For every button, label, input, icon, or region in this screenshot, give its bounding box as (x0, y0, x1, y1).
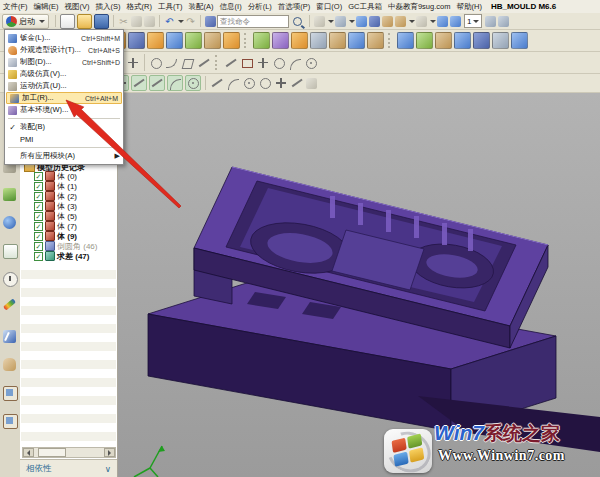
wireframe-view-icon[interactable] (369, 16, 380, 27)
edge-blend-icon[interactable] (291, 32, 308, 49)
internet-explorer-icon[interactable] (3, 216, 16, 229)
rotate-object-icon[interactable] (450, 16, 461, 27)
new-file-icon[interactable] (60, 14, 75, 29)
tree-item-blend[interactable]: ✓倒圆角 (46) (34, 241, 97, 251)
menu-tools[interactable]: 工具(T) (155, 2, 186, 12)
menu-item-motion-simulation[interactable]: 运动仿真(U)... (5, 80, 123, 92)
tree-item-body-3[interactable]: ✓体 (3) (34, 201, 77, 211)
polygon-tool-icon[interactable] (181, 56, 195, 70)
menu-item-assemblies[interactable]: ✓ 装配(B) (5, 121, 123, 133)
command-finder-input[interactable] (217, 15, 289, 28)
offset-curve-icon[interactable] (149, 56, 163, 70)
checkbox-icon[interactable]: ✓ (34, 192, 43, 201)
orient-view-icon[interactable] (356, 16, 367, 27)
menu-edit[interactable]: 编辑(E) (31, 2, 62, 12)
shaded-caret-icon[interactable] (349, 20, 355, 23)
menu-format[interactable]: 格式(R) (124, 2, 155, 12)
synchronous-icon[interactable] (511, 32, 528, 49)
open-file-icon[interactable] (77, 14, 92, 29)
checkbox-icon[interactable]: ✓ (34, 252, 43, 261)
dependencies-section[interactable]: 相依性 ∨ (20, 459, 117, 477)
chevron-down-icon[interactable]: ∨ (105, 464, 111, 474)
quick-extend-icon[interactable] (288, 56, 302, 70)
pad-icon[interactable] (166, 32, 183, 49)
snap-point2-icon[interactable] (274, 76, 288, 90)
boss-icon[interactable] (128, 32, 145, 49)
menu-view[interactable]: 视图(V) (62, 2, 93, 12)
graphics-viewport[interactable] (118, 93, 600, 477)
window-icon[interactable] (416, 16, 427, 27)
menu-assemblies[interactable]: 装配(A) (186, 2, 217, 12)
redo-icon[interactable]: ↷ (184, 15, 197, 28)
unite-icon[interactable] (223, 32, 240, 49)
scroll-right-button[interactable] (104, 448, 115, 457)
menu-item-shape-studio[interactable]: 外观造型设计(T)... Ctrl+Alt+S (5, 44, 123, 56)
checkbox-icon[interactable]: ✓ (34, 222, 43, 231)
assembly-navigator-icon[interactable] (3, 188, 16, 201)
mirror-feature-icon[interactable] (416, 32, 433, 49)
work-layer-combo[interactable]: 1 (464, 14, 482, 28)
checkbox-icon[interactable]: ✓ (34, 212, 43, 221)
bounded-plane-icon[interactable] (454, 32, 471, 49)
reuse-library-icon[interactable] (3, 244, 18, 259)
swept-icon[interactable] (492, 32, 509, 49)
menu-window[interactable]: 窗口(O) (313, 2, 345, 12)
snap-tangent-icon[interactable] (226, 76, 240, 90)
window-layout-icon[interactable] (314, 16, 325, 27)
bridge-curve-icon[interactable] (165, 56, 179, 70)
tree-item-body-2[interactable]: ✓体 (2) (34, 191, 77, 201)
view-triad-icon[interactable] (306, 78, 317, 89)
menu-preferences[interactable]: 首选项(P) (275, 2, 314, 12)
draft-icon[interactable] (348, 32, 365, 49)
trim-body-icon[interactable] (185, 32, 202, 49)
copy-icon[interactable] (131, 16, 142, 27)
menu-file[interactable]: 文件(F) (0, 2, 31, 12)
pattern-feature-icon[interactable] (397, 32, 414, 49)
intersect-curve-icon[interactable] (240, 56, 254, 70)
pocket-icon[interactable] (147, 32, 164, 49)
scroll-thumb[interactable] (38, 448, 66, 457)
save-icon[interactable] (94, 14, 109, 29)
tree-item-body-5[interactable]: ✓体 (5) (34, 211, 77, 221)
undo-icon[interactable]: ↶ (163, 15, 176, 28)
menu-information[interactable]: 信息(I) (217, 2, 245, 12)
scroll-left-button[interactable] (23, 448, 34, 457)
snap-existing-point-icon[interactable] (258, 76, 272, 90)
line-tool-icon[interactable] (197, 56, 211, 70)
menu-analysis[interactable]: 分析(L) (245, 2, 275, 12)
show-hide-icon[interactable] (382, 16, 393, 27)
paste-icon[interactable] (144, 16, 155, 27)
layer-visible-icon[interactable] (498, 16, 509, 27)
tree-item-subtract[interactable]: ✓求差 (47) (34, 251, 89, 261)
chamfer-icon[interactable] (310, 32, 327, 49)
intersect-icon[interactable] (272, 32, 289, 49)
tree-item-body-9[interactable]: ✓体 (9) (34, 231, 77, 241)
snap-midpoint-icon[interactable] (149, 75, 165, 91)
snap-quadrant-icon[interactable] (242, 76, 256, 90)
menu-item-pmi[interactable]: PMI (5, 133, 123, 145)
move-object-icon[interactable] (437, 16, 448, 27)
point-tool-icon[interactable] (126, 56, 140, 70)
navigator-hscrollbar[interactable] (22, 447, 116, 458)
hide-caret-icon[interactable] (409, 20, 415, 23)
quick-trim-icon[interactable] (272, 56, 286, 70)
menu-item-gateway[interactable]: 基本环境(W)... (5, 104, 123, 116)
materials-palette-icon[interactable] (3, 298, 16, 310)
snap-line-icon[interactable] (210, 76, 224, 90)
menu-item-drafting[interactable]: 制图(D)... Ctrl+Shift+D (5, 56, 123, 68)
menu-help[interactable]: 帮助(H) (453, 2, 484, 12)
derived-line-icon[interactable] (256, 56, 270, 70)
menu-item-all-applications[interactable]: 所有应用模块(A) ▶ (5, 150, 123, 162)
shell-icon[interactable] (329, 32, 346, 49)
menu-gc-toolbox[interactable]: GC工具箱 (345, 2, 385, 12)
offset-surface-icon[interactable] (435, 32, 452, 49)
tree-item-body-0[interactable]: ✓体 (0) (34, 171, 77, 181)
menu-item-advanced-simulation[interactable]: 高级仿真(V)... (5, 68, 123, 80)
tree-item-body-7[interactable]: ✓体 (7) (34, 221, 77, 231)
menu-item-sheet-metal[interactable]: 钣金(L)... Ctrl+Shift+M (5, 32, 123, 44)
menu-insert[interactable]: 插入(S) (93, 2, 124, 12)
shaded-view-icon[interactable] (335, 16, 346, 27)
menu-item-manufacturing[interactable]: 加工(R)... Ctrl+Alt+M (6, 92, 122, 104)
checkbox-icon[interactable]: ✓ (34, 182, 43, 191)
layout-caret-icon[interactable] (328, 20, 334, 23)
